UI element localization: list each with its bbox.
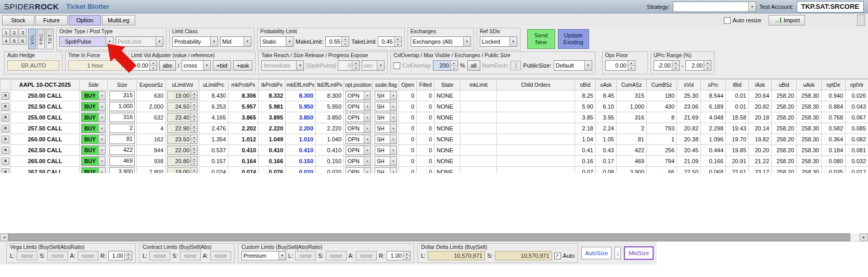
ssale-flag-select[interactable]: SH▼ — [375, 146, 397, 155]
ssale-flag-select[interactable]: SH▼ — [375, 135, 397, 144]
ssale-flag-select[interactable]: SH▼ — [375, 91, 397, 100]
dollar-sell-limit-field[interactable]: 10,570,971 — [495, 251, 552, 260]
vega-ratio-spinner[interactable]: 1.00 ▲▼ — [108, 251, 132, 260]
remove-row-button[interactable]: × — [2, 92, 9, 100]
makelimit-spinner[interactable]: 0.55 ▲▼ — [325, 36, 349, 47]
column-header-mkProbPx[interactable]: mkProbPx — [228, 80, 259, 90]
all-button[interactable]: all — [467, 60, 480, 71]
vega-buy-limit-field[interactable]: none — [17, 251, 37, 260]
scroll-right-button[interactable]: ► — [860, 233, 868, 241]
column-header-uAsk[interactable]: uAsk — [797, 80, 822, 90]
spinner-buttons[interactable]: ▲▼ — [190, 91, 197, 100]
column-header-Child Orders[interactable]: Child Orders — [497, 80, 575, 90]
tab-future[interactable]: Future — [35, 15, 68, 25]
ssale-flag-select[interactable]: SH▼ — [375, 102, 397, 111]
spinner-buttons[interactable]: ▲▼ — [190, 168, 197, 173]
auto-checkbox[interactable]: ✓ Auto — [554, 253, 575, 259]
tab-stock[interactable]: Stock — [2, 15, 34, 25]
time-in-force-button[interactable]: 1 hour — [68, 60, 122, 71]
post-type-select[interactable]: PostLimit ▼ — [116, 36, 163, 47]
side-select[interactable]: BUY▼ — [81, 146, 106, 155]
spinner-buttons[interactable]: ▲▼ — [450, 61, 457, 70]
ulimitvol-spinner[interactable]: 23.40▲▼ — [167, 113, 198, 122]
spinner-buttons[interactable]: ▲▼ — [394, 37, 401, 46]
auto-resize-checkbox[interactable]: Auto resize — [724, 17, 761, 24]
cxl-overlap-checkbox[interactable]: CxlOverlap — [393, 62, 430, 69]
ulimitvol-spinner[interactable]: 24.50▲▼ — [167, 102, 198, 111]
column-header-uLimitPrc[interactable]: uLimitPrc — [199, 80, 228, 90]
scroll-left-button[interactable]: ◄ — [0, 233, 8, 241]
column-header-sPrc[interactable]: sPrc — [701, 80, 726, 90]
size-input[interactable]: 315 — [109, 91, 135, 100]
vega-sell-limit-field[interactable]: none — [47, 251, 68, 260]
spinner-buttons[interactable]: ▲▼ — [672, 61, 679, 70]
ulimitvol-spinner[interactable]: 23.50▲▼ — [167, 135, 198, 144]
column-header-opt.position[interactable]: opt.position — [344, 80, 373, 90]
remove-row-button[interactable]: × — [2, 103, 9, 111]
preset-button-4[interactable]: 4 — [2, 37, 10, 45]
auto-hedge-button[interactable]: SR.AUTO — [7, 60, 59, 71]
side-select[interactable]: BUY▼ — [81, 135, 106, 144]
opt-position-select[interactable]: OPN▼ — [346, 113, 371, 122]
spinner-buttons[interactable]: ▲▼ — [190, 157, 197, 165]
take-reach-unit-select[interactable]: sec ▼ — [362, 60, 385, 71]
column-header-optVe[interactable]: optVe — [846, 80, 868, 90]
probability-mode-select[interactable]: Static ▼ — [260, 36, 293, 47]
remove-row-button[interactable]: × — [2, 147, 9, 154]
opt-position-select[interactable]: OPN▼ — [346, 124, 371, 133]
side-select[interactable]: BUY▼ — [81, 102, 106, 111]
side-select[interactable]: BUY▼ — [81, 156, 106, 166]
preset-button-1[interactable]: 1 — [2, 29, 10, 36]
column-header-CumBSz[interactable]: CumBSz — [647, 80, 677, 90]
autosize-drop-button[interactable]: ↓ — [615, 247, 621, 259]
custom-buy-limit-field[interactable]: none — [295, 251, 316, 260]
preset-button-6[interactable]: 6 — [19, 37, 27, 45]
take-reach-spinner[interactable]: 0 ▲▼ — [338, 60, 360, 71]
size-input[interactable]: 81 — [109, 135, 135, 144]
ulimitvol-spinner[interactable]: 22.00▲▼ — [167, 146, 198, 155]
strategy-select[interactable]: ▼ — [673, 2, 756, 12]
custom-ratio-spinner[interactable]: 1.00 ▲▼ — [387, 251, 411, 260]
tab-multileg[interactable]: MultiLeg — [102, 15, 135, 25]
ssale-flag-select[interactable]: SH▼ — [375, 167, 397, 173]
preset-button-3[interactable]: 3 — [19, 29, 27, 36]
ulimitvol-spinner[interactable]: 19.00▲▼ — [167, 91, 198, 100]
public-size-select[interactable]: Default ▼ — [554, 60, 592, 71]
column-header-tkProbPx[interactable]: tkProbPx — [259, 80, 286, 90]
spinner-buttons[interactable]: ▲▼ — [149, 61, 157, 70]
column-header-uLimitVol[interactable]: uLimitVol — [166, 80, 199, 90]
side-select[interactable]: BUY▼ — [81, 91, 106, 100]
contract-abs-limit-field[interactable]: none — [210, 251, 231, 260]
size-input[interactable]: 1,000 — [109, 102, 135, 111]
spinner-buttons[interactable]: ▲▼ — [190, 124, 197, 133]
spinner-buttons[interactable]: ▲▼ — [352, 61, 359, 70]
ssale-flag-select[interactable]: SH▼ — [375, 113, 397, 122]
opt-position-select[interactable]: OPN▼ — [346, 167, 371, 173]
uprc-high-spinner[interactable]: 2.00 ▲▼ — [685, 60, 711, 71]
column-header-mkLimit[interactable]: mkLimit — [461, 80, 497, 90]
contract-sell-limit-field[interactable]: none — [180, 251, 201, 260]
column-header-ExposeSz[interactable]: ExposeSz — [137, 80, 166, 90]
column-header-Side[interactable]: Side — [80, 80, 108, 90]
column-header-ssale.flag[interactable]: ssale.flag — [373, 80, 399, 90]
mktsize-button[interactable]: MktSize — [624, 246, 654, 260]
opx-floor-spinner[interactable]: 0.00 ▲▼ — [605, 60, 635, 71]
column-header-tkEffLmtPx[interactable]: tkEffLmtPx — [316, 80, 344, 90]
column-header-AAPL 10-OCT-2025[interactable]: AAPL 10-OCT-2025 — [11, 80, 80, 90]
plus-bid-button[interactable]: +bid — [213, 60, 231, 71]
max-visible-spinner[interactable]: 200 ▲▼ — [433, 60, 458, 71]
opt-position-select[interactable]: OPN▼ — [346, 91, 371, 100]
column-header-iAsk[interactable]: iAsk — [749, 80, 772, 90]
column-header-iBid[interactable]: iBid — [726, 80, 749, 90]
column-header-remove[interactable] — [1, 80, 11, 90]
uprc-low-spinner[interactable]: -2.00 ▲▼ — [654, 60, 680, 71]
ssale-flag-select[interactable]: SH▼ — [375, 156, 397, 166]
column-header-State[interactable]: State — [435, 80, 461, 90]
spinner-buttons[interactable]: ▲▼ — [341, 37, 349, 46]
limit-class-select[interactable]: Probability ▼ — [172, 36, 218, 47]
take-reach-mode-select[interactable]: Immediate ▼ — [261, 60, 304, 71]
horizontal-scrollbar[interactable]: ◄ ► — [0, 233, 868, 241]
ssale-flag-select[interactable]: SH▼ — [375, 124, 397, 133]
remove-row-button[interactable]: × — [2, 125, 9, 133]
column-header-oAsk[interactable]: oAsk — [596, 80, 617, 90]
